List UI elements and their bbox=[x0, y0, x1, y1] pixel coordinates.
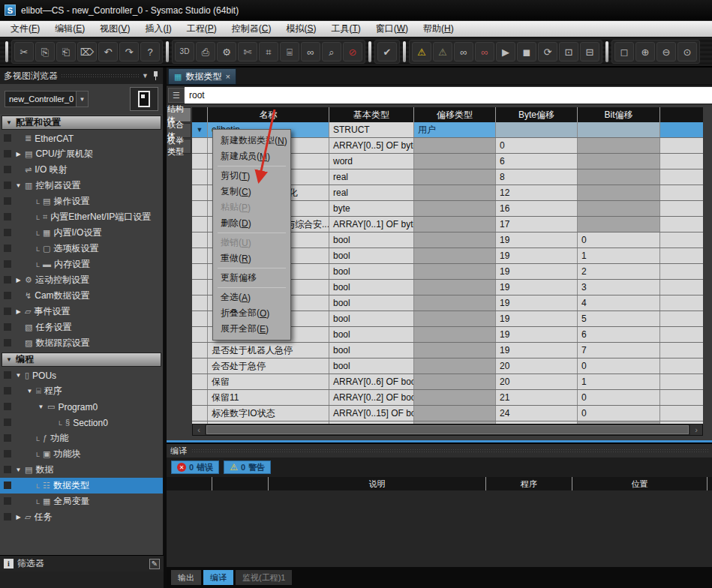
expand-cell[interactable] bbox=[192, 154, 207, 169]
menu-tools[interactable]: 工具(T) bbox=[323, 21, 368, 37]
base-type-cell[interactable]: ARRAY[0..1] OF byte bbox=[329, 217, 413, 232]
bit-offset-cell[interactable]: 1 bbox=[577, 374, 659, 389]
go-offline-button[interactable]: ⊟ bbox=[580, 42, 599, 62]
sidebar-item-pous[interactable]: ▼▯POUs bbox=[0, 368, 163, 383]
scroll-left-icon[interactable]: ‹ bbox=[193, 424, 205, 435]
expand-cell[interactable] bbox=[192, 185, 207, 200]
base-type-cell[interactable]: ARRAY[0..5] OF byte bbox=[329, 138, 413, 153]
sidebar-item-ethercat[interactable]: ≣EtherCAT bbox=[0, 130, 163, 146]
bottom-tab-build[interactable]: 编译 bbox=[203, 570, 233, 585]
byte-offset-cell[interactable]: 19 bbox=[495, 280, 577, 295]
bit-offset-cell[interactable]: 4 bbox=[577, 296, 659, 310]
offset-type-cell[interactable] bbox=[413, 201, 495, 216]
extra-cell[interactable] bbox=[659, 154, 703, 169]
byte-offset-cell[interactable]: 6 bbox=[495, 154, 577, 169]
bit-offset-cell[interactable]: 1 bbox=[577, 248, 659, 263]
offset-type-cell[interactable] bbox=[413, 138, 495, 153]
3d-view-button[interactable]: 3D bbox=[175, 42, 194, 62]
sidebar-item-tasks[interactable]: ▶▱任务 bbox=[0, 509, 163, 525]
base-type-cell[interactable]: word bbox=[329, 154, 413, 169]
base-type-cell[interactable]: STRUCT bbox=[329, 122, 413, 137]
expand-cell[interactable] bbox=[192, 201, 207, 216]
extra-cell[interactable] bbox=[659, 296, 703, 310]
context-menu-collapse-all[interactable]: 折叠全部(O) bbox=[213, 305, 290, 321]
base-type-cell[interactable]: bool bbox=[329, 264, 413, 279]
sidebar-item-data-trace[interactable]: ▨数据跟踪设置 bbox=[0, 335, 163, 351]
root-name-field[interactable]: root bbox=[185, 87, 712, 104]
context-menu-new-member[interactable]: 新建成员(M) bbox=[213, 148, 290, 164]
byte-offset-cell[interactable]: 19 bbox=[495, 264, 577, 279]
expand-cell[interactable] bbox=[192, 374, 207, 389]
bottom-tab-output[interactable]: 输出 bbox=[171, 570, 201, 585]
tab-enum[interactable]: 枚举类型 bbox=[167, 139, 191, 154]
expand-cell[interactable] bbox=[192, 217, 207, 232]
scroll-right-icon[interactable]: › bbox=[690, 424, 702, 435]
bit-offset-cell[interactable]: 7 bbox=[577, 343, 659, 358]
sidebar-item-program0[interactable]: ▼▭Program0 bbox=[0, 399, 163, 415]
byte-offset-cell[interactable]: 21 bbox=[495, 390, 577, 405]
extra-cell[interactable] bbox=[659, 343, 703, 358]
bit-offset-cell[interactable]: 2 bbox=[577, 264, 659, 279]
offset-type-cell[interactable] bbox=[413, 232, 495, 248]
extra-cell[interactable] bbox=[659, 358, 703, 374]
table-row[interactable]: 是否处于机器人急停bool197 bbox=[192, 343, 703, 358]
byte-offset-cell[interactable]: 19 bbox=[495, 232, 577, 248]
base-type-cell[interactable]: bool bbox=[329, 311, 413, 326]
extra-cell[interactable] bbox=[659, 248, 703, 263]
rebuild-button[interactable]: ⚠ bbox=[412, 42, 431, 62]
byte-offset-cell[interactable]: 16 bbox=[495, 201, 577, 216]
section-config[interactable]: ▼配置和设置 bbox=[2, 116, 161, 130]
expand-cell[interactable] bbox=[192, 296, 207, 310]
go-online-button[interactable]: ⊡ bbox=[559, 42, 578, 62]
name-cell[interactable]: 标准数字IO状态 bbox=[207, 406, 329, 421]
context-menu-update-offset[interactable]: 更新偏移 bbox=[213, 270, 290, 286]
extra-cell[interactable] bbox=[659, 170, 703, 184]
expand-cell[interactable] bbox=[192, 138, 207, 153]
watch-table-button[interactable]: ⌗ bbox=[259, 42, 278, 62]
select-frame-button[interactable]: ◻ bbox=[614, 42, 634, 62]
watch-table-2-button[interactable]: ⌸ bbox=[280, 42, 299, 62]
help-button[interactable]: ? bbox=[140, 42, 160, 62]
offset-type-cell[interactable] bbox=[413, 343, 495, 358]
sidebar-item-data-types[interactable]: L☷数据类型 bbox=[0, 478, 163, 494]
extra-cell[interactable] bbox=[659, 280, 703, 295]
bit-offset-cell[interactable] bbox=[577, 217, 659, 232]
extra-cell[interactable] bbox=[659, 264, 703, 279]
undo-button[interactable]: ↶ bbox=[98, 42, 118, 62]
extra-cell[interactable] bbox=[659, 201, 703, 216]
offset-type-cell[interactable] bbox=[413, 170, 495, 184]
base-type-cell[interactable]: ARRAY[0..15] OF bool bbox=[329, 406, 413, 421]
byte-offset-cell[interactable]: 20 bbox=[495, 374, 577, 389]
name-cell[interactable]: 保留 bbox=[207, 374, 329, 389]
bit-offset-cell[interactable] bbox=[577, 170, 659, 184]
base-type-cell[interactable]: bool bbox=[329, 296, 413, 310]
sidebar-item-programs[interactable]: ▼⌸程序 bbox=[0, 383, 163, 399]
bit-offset-cell[interactable] bbox=[577, 122, 659, 137]
offset-type-cell[interactable] bbox=[413, 296, 495, 310]
zoom-100-button[interactable]: ⊙ bbox=[677, 42, 697, 62]
offset-type-cell[interactable] bbox=[413, 264, 495, 279]
sidebar-item-ethernet-ip-port[interactable]: L⌗内置EtherNet/IP端口设置 bbox=[0, 209, 163, 225]
base-type-cell[interactable]: bool bbox=[329, 327, 413, 342]
menu-file[interactable]: 文件(F) bbox=[3, 21, 47, 37]
expand-cell[interactable] bbox=[192, 390, 207, 405]
byte-offset-cell[interactable]: 19 bbox=[495, 311, 577, 326]
offset-type-cell[interactable] bbox=[413, 358, 495, 374]
error-badge[interactable]: ✕ 0 错误 bbox=[171, 460, 219, 474]
context-menu-expand-all[interactable]: 展开全部(E) bbox=[213, 321, 290, 337]
byte-offset-cell[interactable]: 0 bbox=[495, 138, 577, 153]
header-expand-col[interactable] bbox=[192, 107, 207, 122]
byte-offset-cell[interactable]: 8 bbox=[495, 170, 577, 184]
pin-icon[interactable] bbox=[152, 70, 159, 81]
extra-cell[interactable] bbox=[659, 217, 703, 232]
base-type-cell[interactable]: bool bbox=[329, 248, 413, 263]
expand-cell[interactable] bbox=[192, 343, 207, 358]
output-window-button[interactable]: ⎙ bbox=[196, 42, 215, 62]
rebuild-controller-button[interactable]: ⚠ bbox=[433, 42, 452, 62]
tree-expand-icon[interactable]: ▶ bbox=[15, 277, 22, 284]
base-type-cell[interactable]: ARRAY[0..6] OF bool bbox=[329, 374, 413, 389]
tree-expand-icon[interactable]: ▼ bbox=[15, 466, 22, 473]
sidebar-item-task-settings[interactable]: ▧任务设置 bbox=[0, 320, 163, 335]
tree-expand-icon[interactable]: ▼ bbox=[15, 372, 22, 379]
base-type-cell[interactable]: bool bbox=[329, 280, 413, 295]
